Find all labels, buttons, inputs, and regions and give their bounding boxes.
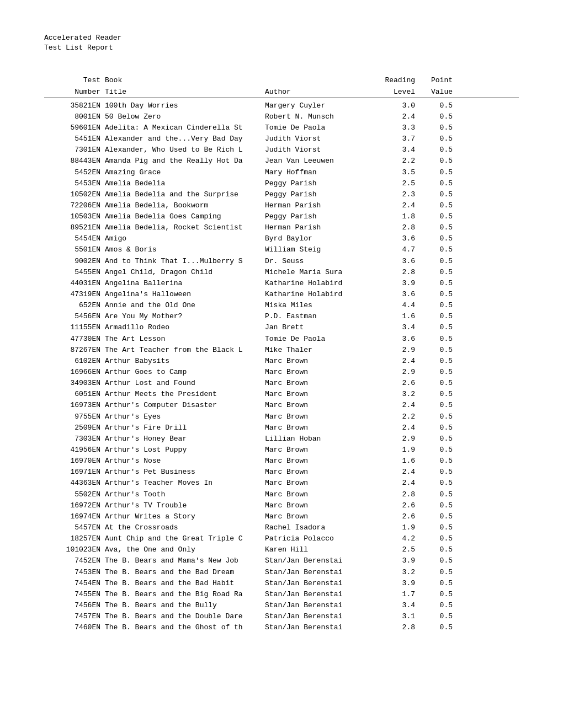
cell-point-value: 0.5 (419, 600, 453, 611)
cell-point-value: 0.5 (419, 622, 453, 633)
cell-test-number: 34903EN (44, 378, 105, 389)
table-row: 5454ENAmigoByrd Baylor3.60.5 (44, 233, 519, 244)
cell-reading-level: 3.4 (375, 322, 419, 333)
cell-author: Byrd Baylor (265, 233, 375, 244)
cell-author: Marc Brown (265, 422, 375, 433)
cell-book-title: Arthur's Lost Puppy (105, 445, 265, 456)
col-book-title-header1: Book (105, 75, 265, 86)
table-row: 7303ENArthur's Honey BearLillian Hoban2.… (44, 433, 519, 445)
column-header-row2: Number Title Author Level Value (44, 87, 519, 98)
table-row: 18257ENAunt Chip and the Great Triple CP… (44, 533, 519, 544)
cell-test-number: 5502EN (44, 489, 105, 500)
cell-test-number: 18257EN (44, 533, 105, 544)
table-row: 5457ENAt the CrossroadsRachel Isadora1.9… (44, 522, 519, 533)
table-row: 72206ENAmelia Bedelia, BookwormHerman Pa… (44, 200, 519, 211)
cell-author: Marc Brown (265, 511, 375, 522)
cell-author: Margery Cuyler (265, 100, 375, 111)
table-row: 88443ENAmanda Pig and the Really Hot DaJ… (44, 156, 519, 167)
cell-book-title: Annie and the Old One (105, 300, 265, 311)
cell-test-number: 47730EN (44, 334, 105, 345)
cell-book-title: Angel Child, Dragon Child (105, 267, 265, 278)
cell-test-number: 9755EN (44, 411, 105, 422)
cell-point-value: 0.5 (419, 533, 453, 544)
cell-author: Mary Hoffman (265, 167, 375, 178)
cell-author: Herman Parish (265, 222, 375, 233)
table-row: 7460ENThe B. Bears and the Ghost of thSt… (44, 622, 519, 633)
report-title-line2: Test List Report (44, 43, 519, 53)
cell-book-title: Arthur Goes to Camp (105, 367, 265, 378)
table-row: 41956ENArthur's Lost PuppyMarc Brown1.90… (44, 445, 519, 456)
table-row: 5501ENAmos & BorisWilliam Steig4.70.5 (44, 244, 519, 255)
col-test-number-header1: Test (44, 75, 105, 86)
cell-test-number: 16971EN (44, 467, 105, 478)
cell-author: Marc Brown (265, 489, 375, 500)
table-row: 34903ENArthur Lost and FoundMarc Brown2.… (44, 378, 519, 389)
cell-book-title: The B. Bears and the Big Road Ra (105, 589, 265, 600)
table-row: 16966ENArthur Goes to CampMarc Brown2.90… (44, 367, 519, 378)
cell-point-value: 0.5 (419, 345, 453, 356)
cell-reading-level: 2.4 (375, 422, 419, 433)
cell-author: Peggy Parish (265, 178, 375, 189)
cell-author: Judith Viorst (265, 144, 375, 156)
cell-test-number: 8001EN (44, 111, 105, 122)
cell-author: Stan/Jan Berenstai (265, 600, 375, 611)
cell-author: Judith Viorst (265, 133, 375, 144)
cell-test-number: 5501EN (44, 244, 105, 255)
cell-test-number: 5451EN (44, 133, 105, 144)
cell-point-value: 0.5 (419, 133, 453, 144)
cell-book-title: Arthur's TV Trouble (105, 500, 265, 511)
table-row: 59601ENAdelita: A Mexican Cinderella StT… (44, 122, 519, 133)
cell-book-title: Amelia Bedelia, Rocket Scientist (105, 222, 265, 233)
cell-author: Lillian Hoban (265, 433, 375, 445)
cell-reading-level: 2.5 (375, 178, 419, 189)
cell-author: Herman Parish (265, 200, 375, 211)
cell-point-value: 0.5 (419, 289, 453, 300)
cell-reading-level: 2.4 (375, 467, 419, 478)
cell-test-number: 5456EN (44, 311, 105, 322)
cell-reading-level: 3.6 (375, 256, 419, 267)
cell-test-number: 44031EN (44, 278, 105, 289)
cell-point-value: 0.5 (419, 445, 453, 456)
cell-point-value: 0.5 (419, 356, 453, 367)
cell-reading-level: 2.6 (375, 378, 419, 389)
cell-point-value: 0.5 (419, 411, 453, 422)
cell-test-number: 7301EN (44, 144, 105, 156)
report-header: Accelerated Reader Test List Report (44, 33, 519, 53)
cell-book-title: Arthur's Nose (105, 456, 265, 467)
cell-book-title: Arthur's Teacher Moves In (105, 478, 265, 489)
cell-book-title: The B. Bears and the Ghost of th (105, 622, 265, 633)
cell-point-value: 0.5 (419, 256, 453, 267)
cell-test-number: 16974EN (44, 511, 105, 522)
cell-point-value: 0.5 (419, 167, 453, 178)
cell-point-value: 0.5 (419, 278, 453, 289)
cell-author: Marc Brown (265, 500, 375, 511)
cell-book-title: The B. Bears and the Double Dare (105, 611, 265, 622)
report-table: Test Book Reading Point Number Title Aut… (44, 75, 519, 633)
cell-test-number: 10502EN (44, 189, 105, 200)
cell-point-value: 0.5 (419, 456, 453, 467)
table-row: 7454ENThe B. Bears and the Bad HabitStan… (44, 578, 519, 589)
table-row: 11155ENArmadillo RodeoJan Brett3.40.5 (44, 322, 519, 333)
cell-author: Marc Brown (265, 456, 375, 467)
cell-author: Stan/Jan Berenstai (265, 589, 375, 600)
table-row: 44363ENArthur's Teacher Moves InMarc Bro… (44, 478, 519, 489)
cell-book-title: Arthur's Tooth (105, 489, 265, 500)
cell-point-value: 0.5 (419, 144, 453, 156)
cell-point-value: 0.5 (419, 589, 453, 600)
cell-point-value: 0.5 (419, 378, 453, 389)
cell-test-number: 10503EN (44, 211, 105, 222)
table-row: 8001EN50 Below ZeroRobert N. Munsch2.40.… (44, 111, 519, 122)
table-row: 47319ENAngelina's HalloweenKatharine Hol… (44, 289, 519, 300)
cell-point-value: 0.5 (419, 389, 453, 400)
cell-test-number: 59601EN (44, 122, 105, 133)
cell-author: Mike Thaler (265, 345, 375, 356)
cell-author: Marc Brown (265, 389, 375, 400)
table-row: 5455ENAngel Child, Dragon ChildMichele M… (44, 267, 519, 278)
table-row: 7456ENThe B. Bears and the BullyStan/Jan… (44, 600, 519, 611)
cell-point-value: 0.5 (419, 322, 453, 333)
cell-author: Stan/Jan Berenstai (265, 611, 375, 622)
cell-author: Tomie De Paola (265, 122, 375, 133)
cell-reading-level: 2.3 (375, 189, 419, 200)
cell-test-number: 11155EN (44, 322, 105, 333)
cell-reading-level: 3.5 (375, 167, 419, 178)
